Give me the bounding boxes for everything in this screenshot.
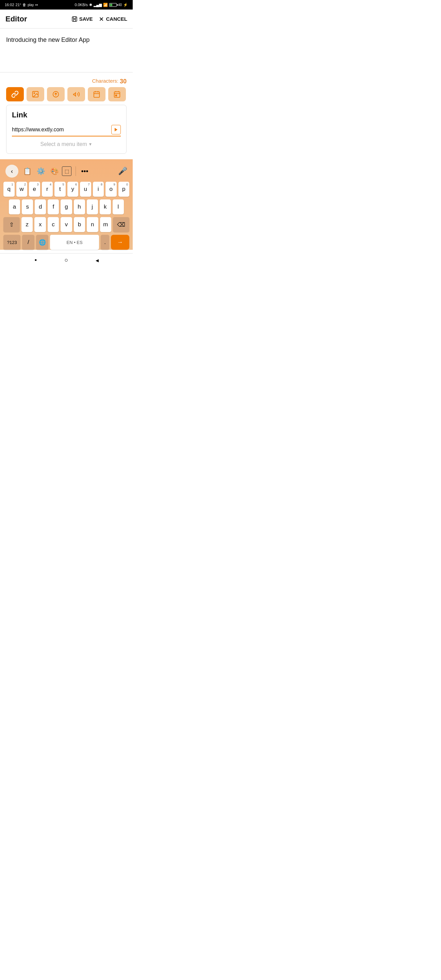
battery-indicator [109,3,117,7]
tool-image-button[interactable] [27,87,44,102]
key-w[interactable]: w2 [16,182,27,197]
kb-clipboard-icon[interactable]: 📋 [21,165,33,177]
editor-area[interactable]: Introducing the new Editor App [0,29,133,69]
svg-rect-2 [73,19,76,21]
key-e[interactable]: e3 [29,182,40,197]
svg-marker-18 [115,128,118,132]
key-u[interactable]: u7 [80,182,91,197]
tool-calendar-lg-button[interactable] [108,87,126,102]
tool-calendar-sm-button[interactable] [88,87,105,102]
key-shift[interactable]: ⇧ [3,217,20,232]
key-m[interactable]: m [100,217,111,232]
key-i[interactable]: i8 [93,182,104,197]
key-slash[interactable]: / [22,235,34,250]
megaphone-icon [72,91,80,98]
key-j[interactable]: j [87,199,98,215]
key-x[interactable]: x [34,217,46,232]
key-period[interactable]: . [101,235,109,250]
link-panel-title: Link [12,111,121,119]
svg-rect-17 [115,95,117,96]
key-b[interactable]: b [74,217,85,232]
key-g[interactable]: g [60,199,72,215]
key-l[interactable]: l [113,199,124,215]
key-n[interactable]: n [87,217,98,232]
svg-point-6 [34,92,35,94]
cancel-label: CANCEL [106,16,127,22]
key-d[interactable]: d [35,199,46,215]
key-a[interactable]: a [9,199,20,215]
battery-tip [117,4,118,6]
kb-mic-icon[interactable]: 🎤 [118,167,127,176]
signal-icon: ▂▄▆ [94,3,102,7]
key-space[interactable]: EN • ES [50,235,99,250]
key-f[interactable]: f [48,199,59,215]
page-title: Editor [5,14,66,24]
kb-row-2: a s d f g h j k l [3,199,129,215]
key-num-sym[interactable]: ?123 [3,235,21,250]
kb-image-select-icon[interactable]: ⬚ [62,166,72,176]
key-z[interactable]: z [21,217,33,232]
keyboard-rows: q1 w2 e3 r4 t5 y6 u7 i8 o9 p0 a s d f g … [2,180,131,250]
home-square-icon[interactable]: ▪ [32,256,40,264]
key-r[interactable]: r4 [42,182,53,197]
link-panel: Link Select a menu item ▼ [6,105,127,154]
back-triangle-icon[interactable]: ◂ [93,256,101,264]
char-count-row: Characters: 30 [0,75,133,87]
kb-palette-icon[interactable]: 🎨 [48,165,60,177]
key-o[interactable]: o9 [105,182,117,197]
save-label: SAVE [79,16,93,22]
save-button[interactable]: SAVE [72,16,93,22]
key-enter[interactable]: → [111,235,129,250]
keyboard: ‹ 📋 ⚙️ 🎨 ⬚ ••• 🎤 q1 w2 e3 r4 t5 y6 u7 i8… [0,159,133,250]
home-circle-icon[interactable]: ○ [63,256,70,264]
kb-back-button[interactable]: ‹ [5,165,18,178]
key-h[interactable]: h [74,199,85,215]
svg-rect-9 [94,92,100,98]
kb-row-3: ⇧ z x c v b n m ⌫ [3,217,129,232]
tool-link-button[interactable] [6,87,24,102]
key-v[interactable]: v [60,217,72,232]
chevron-down-icon: ▼ [89,142,92,147]
calendar-lg-icon [113,91,121,98]
top-nav: Editor SAVE CANCEL [0,10,133,29]
key-t[interactable]: t5 [54,182,66,197]
battery-fill [110,4,112,6]
editor-text: Introducing the new Editor App [6,35,127,45]
tool-megaphone-button[interactable] [67,87,85,102]
key-q[interactable]: q1 [3,182,14,197]
divider [0,72,133,73]
upload-icon [52,91,60,98]
keyboard-toolbar: ‹ 📋 ⚙️ 🎨 ⬚ ••• 🎤 [2,163,131,180]
cancel-button[interactable]: CANCEL [98,16,127,22]
dots-icon: •• [35,3,38,7]
key-p[interactable]: p0 [118,182,130,197]
tool-upload-button[interactable] [47,87,65,102]
key-backspace[interactable]: ⌫ [113,217,129,232]
back-icon: ‹ [11,168,13,175]
x-icon [98,16,105,22]
editor-toolbar [0,87,133,105]
bluetooth-icon: ✱ [89,3,92,7]
key-k[interactable]: k [100,199,111,215]
link-input-row [12,125,121,137]
key-s[interactable]: s [22,199,33,215]
kb-gear-icon[interactable]: ⚙️ [35,165,47,177]
wifi-icon: 📶 [103,3,108,7]
trash-icon: 🗑 [22,3,26,7]
char-count-label: Characters: [92,78,118,85]
link-url-input[interactable] [12,127,111,133]
status-left: 16:02 21° 🗑 play •• [5,3,38,7]
key-globe[interactable]: 🌐 [36,235,48,250]
key-y[interactable]: y6 [67,182,79,197]
time: 16:02 [5,3,14,7]
play-button[interactable] [111,125,121,134]
menu-item-select[interactable]: Select a menu item ▼ [40,141,92,147]
battery-pct: 40 [118,3,122,7]
char-count-value: 30 [120,78,127,85]
image-icon [32,91,39,98]
kb-more-icon[interactable]: ••• [79,165,91,177]
play-triangle-icon [114,127,118,132]
key-c[interactable]: c [48,217,59,232]
kb-row-1: q1 w2 e3 r4 t5 y6 u7 i8 o9 p0 [3,182,129,197]
menu-select-placeholder: Select a menu item [40,141,87,147]
